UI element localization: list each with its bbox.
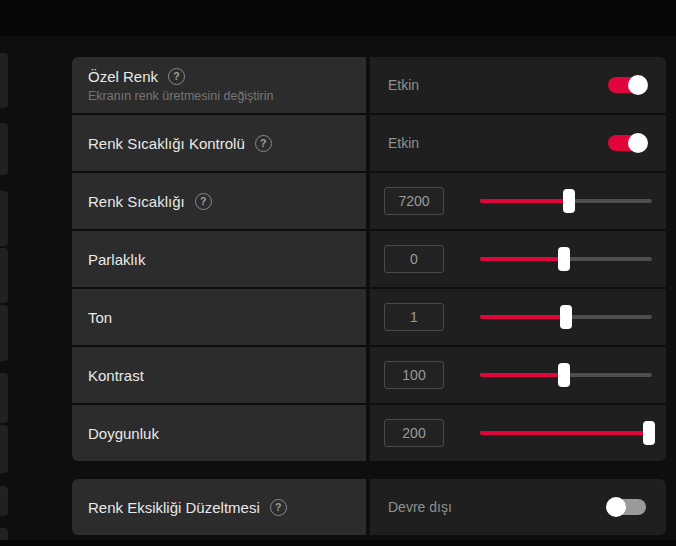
toggle-knob [628,133,648,153]
bottom-strip [0,540,676,546]
label-cell: Renk Eksikliği Düzeltmesi? [72,479,366,535]
ton-value-input[interactable]: 1 [384,303,444,331]
toggle-knob [628,75,648,95]
value-cell: 0 [370,231,666,287]
kontrast-value-input[interactable]: 100 [384,361,444,389]
value-cell: 7200 [370,173,666,229]
slider-thumb[interactable] [558,247,570,271]
toggle-state-text: Etkin [388,77,419,93]
setting-row-renk-sicakligi-kontrolu: Renk Sıcaklığı Kontrolü?Etkin [72,115,666,171]
setting-row-kontrast: Kontrast100 [72,347,666,403]
help-icon[interactable]: ? [255,135,272,152]
help-icon[interactable]: ? [195,193,212,210]
label-cell: Renk Sıcaklığı Kontrolü? [72,115,366,171]
setting-label: Renk Sıcaklığı [88,193,185,210]
help-icon[interactable]: ? [168,68,185,85]
window-edge-fragment [0,305,8,361]
window-edge-fragment [0,53,8,108]
renk-sicakligi-kontrolu-toggle[interactable] [608,135,646,151]
color-deficiency-group: Renk Eksikliği Düzeltmesi?Devre dışı [72,479,666,535]
renk-sicakligi-slider[interactable] [480,189,652,213]
value-cell: 100 [370,347,666,403]
window-edge-fragment [0,486,8,516]
slider-thumb[interactable] [563,189,575,213]
setting-row-ozel-renk: Özel Renk?Ekranın renk üretmesini değişt… [72,57,666,113]
setting-label: Parlaklık [88,251,146,268]
setting-label: Renk Sıcaklığı Kontrolü [88,135,245,152]
ton-slider[interactable] [480,305,652,329]
setting-label: Renk Eksikliği Düzeltmesi [88,499,260,516]
value-cell: Etkin [370,115,666,171]
label-cell: Kontrast [72,347,366,403]
setting-row-parlaklik: Parlaklık0 [72,231,666,287]
toggle-knob [606,497,626,517]
toggle-state-text: Etkin [388,135,419,151]
label-cell: Parlaklık [72,231,366,287]
label-cell: Renk Sıcaklığı? [72,173,366,229]
ozel-renk-toggle[interactable] [608,77,646,93]
parlaklik-slider[interactable] [480,247,652,271]
setting-row-renk-sicakligi: Renk Sıcaklığı?7200 [72,173,666,229]
setting-row-ton: Ton1 [72,289,666,345]
label-cell: Ton [72,289,366,345]
window-edge-fragment [0,123,8,175]
window-edge-fragment [0,373,8,423]
parlaklik-value-input[interactable]: 0 [384,245,444,273]
value-cell: Devre dışı [370,479,666,535]
window-edge-fragments [0,0,8,546]
renk-sicakligi-value-input[interactable]: 7200 [384,187,444,215]
help-icon[interactable]: ? [270,499,287,516]
top-bar [0,0,676,36]
value-cell: Etkin [370,57,666,113]
setting-row-renk-eksikligi-duzeltmesi: Renk Eksikliği Düzeltmesi?Devre dışı [72,479,666,535]
setting-label: Ton [88,309,112,326]
value-cell: 200 [370,405,666,461]
color-settings-group: Özel Renk?Ekranın renk üretmesini değişt… [72,57,666,461]
toggle-state-text: Devre dışı [388,499,452,515]
window-edge-fragment [0,425,8,473]
doygunluk-value-input[interactable]: 200 [384,419,444,447]
value-cell: 1 [370,289,666,345]
kontrast-slider[interactable] [480,363,652,387]
setting-row-doygunluk: Doygunluk200 [72,405,666,461]
setting-sublabel: Ekranın renk üretmesini değiştirin [88,89,274,103]
setting-label: Kontrast [88,367,144,384]
window-edge-fragment [0,191,8,246]
setting-label: Doygunluk [88,425,159,442]
slider-track[interactable] [480,431,652,435]
doygunluk-slider[interactable] [480,421,652,445]
setting-label: Özel Renk [88,68,158,85]
slider-thumb[interactable] [643,421,655,445]
window-edge-fragment [0,248,8,303]
display-color-settings-screen: Özel Renk?Ekranın renk üretmesini değişt… [0,0,676,546]
label-cell: Özel Renk?Ekranın renk üretmesini değişt… [72,57,366,113]
renk-eksikligi-duzeltmesi-toggle[interactable] [608,499,646,515]
slider-thumb[interactable] [558,363,570,387]
slider-thumb[interactable] [560,305,572,329]
label-cell: Doygunluk [72,405,366,461]
settings-panel: Özel Renk?Ekranın renk üretmesini değişt… [72,57,666,535]
